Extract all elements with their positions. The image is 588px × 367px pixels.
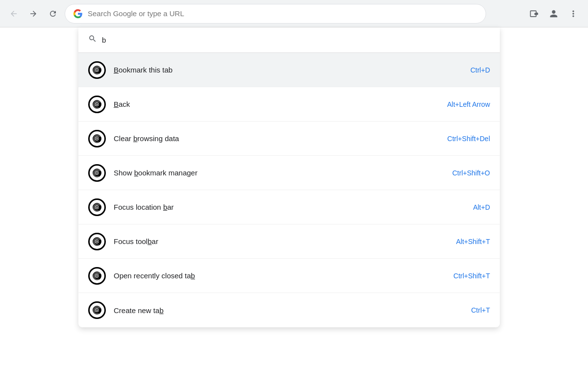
item-label: Open recently closed tab [114,271,453,280]
item-shortcut: Ctrl+Shift+Del [447,135,490,143]
menu-item-back[interactable]: BackAlt+Left Arrow [78,87,500,122]
svg-point-13 [96,206,98,209]
item-shortcut: Alt+Shift+T [456,238,490,245]
menu-item-clear-browsing[interactable]: Clear browsing dataCtrl+Shift+Del [78,122,500,156]
toolbar-right-icons [525,5,582,23]
svg-point-4 [96,103,98,106]
svg-point-22 [96,309,98,312]
back-button[interactable] [6,6,22,22]
svg-point-8 [97,138,98,139]
item-label: Focus toolbar [114,237,456,245]
item-shortcut: Ctrl+Shift+T [453,272,490,280]
chrome-logo-icon [88,198,106,216]
command-search-bar [78,27,500,53]
chrome-logo-icon [88,233,106,250]
svg-point-17 [97,241,98,242]
menu-item-focus-toolbar[interactable]: Focus toolbarAlt+Shift+T [78,224,500,259]
svg-point-7 [96,137,98,140]
item-label: Back [114,100,447,108]
chrome-logo-icon [88,130,106,147]
svg-point-20 [97,275,98,276]
svg-point-21 [95,308,98,312]
chrome-logo-icon [88,96,106,113]
google-logo [73,9,83,19]
svg-point-16 [96,240,98,243]
item-shortcut: Ctrl+T [471,306,490,314]
chrome-logo-icon [88,61,106,79]
menu-item-create-new-tab[interactable]: Create new tabCtrl+T [78,293,500,327]
menu-items-list: Bookmark this tabCtrl+D BackAlt+Left Arr… [78,53,500,327]
chrome-logo-icon [88,301,106,319]
menu-item-show-bookmark-manager[interactable]: Show bookmark managerCtrl+Shift+O [78,156,500,190]
svg-point-0 [95,68,98,72]
menu-item-open-recently-closed-tab[interactable]: Open recently closed tabCtrl+Shift+T [78,259,500,293]
svg-point-1 [96,69,98,72]
browser-toolbar [0,0,588,27]
svg-point-6 [95,137,98,140]
chrome-logo-icon [88,267,106,285]
item-shortcut: Alt+Left Arrow [447,100,490,108]
chrome-menu-button[interactable] [564,5,582,23]
chrome-logo-icon [88,164,106,182]
svg-point-11 [97,172,98,173]
search-icon [88,34,97,46]
svg-point-5 [97,103,98,105]
svg-point-3 [95,102,98,106]
command-palette: Bookmark this tabCtrl+D BackAlt+Left Arr… [78,27,500,327]
item-shortcut: Ctrl+D [470,66,490,74]
svg-point-9 [95,171,98,174]
item-shortcut: Alt+D [473,203,490,211]
svg-point-19 [96,274,98,277]
menu-item-focus-location-bar[interactable]: Focus location barAlt+D [78,190,500,224]
item-label: Bookmark this tab [114,66,470,74]
svg-point-2 [97,69,98,71]
extensions-button[interactable] [525,5,543,23]
forward-button[interactable] [25,6,41,22]
item-label: Focus location bar [114,203,473,211]
address-input[interactable] [88,9,478,18]
svg-point-12 [95,205,98,209]
svg-point-14 [97,206,98,208]
refresh-button[interactable] [45,6,61,22]
svg-point-10 [96,171,98,174]
item-label: Create new tab [114,306,471,315]
profile-button[interactable] [545,5,563,23]
command-search-input[interactable] [102,36,490,44]
item-label: Show bookmark manager [114,169,452,177]
svg-point-23 [97,310,98,311]
item-shortcut: Ctrl+Shift+O [452,169,490,177]
svg-point-15 [95,240,98,243]
menu-item-bookmark-tab[interactable]: Bookmark this tabCtrl+D [78,53,500,87]
address-bar[interactable] [65,4,486,24]
svg-point-18 [95,274,98,277]
item-label: Clear browsing data [114,134,447,143]
